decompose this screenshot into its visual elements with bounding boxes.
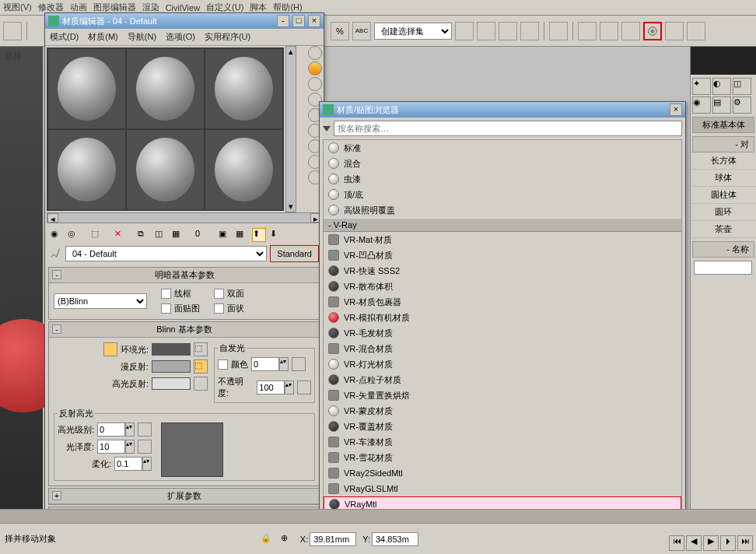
menu-material[interactable]: 材质(M) xyxy=(88,31,118,43)
object-name-input[interactable] xyxy=(694,261,752,275)
browser-item[interactable]: 混合 xyxy=(324,156,681,171)
reset-icon[interactable]: ✕ xyxy=(114,228,128,242)
menu-anim[interactable]: 动画 xyxy=(70,2,87,13)
cylinder-button[interactable]: 圆柱体 xyxy=(691,187,756,204)
menu-view[interactable]: 视图(V) xyxy=(3,2,32,13)
x-coord-input[interactable] xyxy=(310,532,356,546)
sample-vscroll[interactable]: ▴▾ xyxy=(285,46,296,212)
teapot-button[interactable]: 茶壶 xyxy=(691,221,756,238)
background-icon[interactable] xyxy=(308,77,322,91)
prev-frame-icon[interactable]: ◀ xyxy=(686,535,702,551)
goto-start-icon[interactable]: ⏮ xyxy=(669,535,684,551)
go-to-parent-icon[interactable]: ⬆ xyxy=(252,228,266,242)
selfillum-value-input[interactable] xyxy=(251,357,279,371)
menu-mode[interactable]: 模式(D) xyxy=(50,31,79,43)
tb-mirror-icon[interactable] xyxy=(455,22,474,40)
spec-level-input[interactable] xyxy=(97,423,125,437)
search-dropdown-icon[interactable] xyxy=(323,126,331,131)
y-coord-input[interactable] xyxy=(372,532,418,546)
sphere-button[interactable]: 球体 xyxy=(691,170,756,187)
spec-level-map-btn[interactable] xyxy=(138,423,152,437)
spinner-icon[interactable]: ▴▾ xyxy=(279,357,289,371)
menu-graph[interactable]: 图形编辑器 xyxy=(93,2,136,13)
tb-render-setup-icon[interactable] xyxy=(600,22,618,40)
browser-item[interactable]: VR-模拟有机材质 xyxy=(324,310,681,325)
tb-teapot-icon[interactable] xyxy=(665,22,684,40)
motion-tab-icon[interactable]: ◉ xyxy=(692,96,711,114)
sample-slot-5[interactable] xyxy=(127,130,204,209)
menu-custom[interactable]: 自定义(U) xyxy=(206,2,243,13)
object-type-header[interactable]: - 对 xyxy=(692,136,754,153)
menu-civil[interactable]: CivilView xyxy=(166,3,200,12)
put-to-scene-icon[interactable]: ◎ xyxy=(67,228,81,242)
browser-item[interactable]: VRay2SidedMtl xyxy=(324,465,681,481)
selfillum-map-btn[interactable] xyxy=(292,357,306,371)
browser-list[interactable]: 标准混合虫漆顶/底高级照明覆盖- V-RayVR-Mat·材质VR-凹凸材质VR… xyxy=(323,139,682,521)
next-frame-icon[interactable]: ⏵ xyxy=(720,535,736,551)
menu-util[interactable]: 实用程序(U) xyxy=(205,31,250,43)
browser-item[interactable]: VR-材质包裹器 xyxy=(324,294,681,310)
collapse-icon[interactable]: - xyxy=(52,270,61,279)
primitives-header[interactable]: 标准基本体 xyxy=(692,117,754,133)
lock-ambient-icon[interactable] xyxy=(103,342,117,356)
spinner-icon[interactable]: ▴▾ xyxy=(125,423,135,437)
go-forward-icon[interactable]: ⬇ xyxy=(269,228,283,242)
modify-tab-icon[interactable]: ◐ xyxy=(712,78,731,95)
menu-option[interactable]: 选项(O) xyxy=(166,31,195,43)
mat-editor-titlebar[interactable]: 材质编辑器 - 04 - Default - □ × xyxy=(45,13,324,29)
spinner-icon[interactable]: ▴▾ xyxy=(142,457,152,471)
diffuse-lock-icon[interactable]: ⬚ xyxy=(194,359,208,373)
close-button[interactable]: × xyxy=(308,15,320,27)
wireframe-checkbox[interactable] xyxy=(161,289,171,299)
menu-modifier[interactable]: 修改器 xyxy=(38,2,64,13)
menu-render[interactable]: 渲染 xyxy=(142,2,159,13)
soften-input[interactable] xyxy=(114,457,142,471)
tb-abc-icon[interactable]: ABC xyxy=(352,22,371,40)
faceted-checkbox[interactable] xyxy=(214,303,224,314)
tb-percent-icon[interactable]: % xyxy=(331,22,349,40)
menu-script[interactable]: 脚本 xyxy=(250,2,267,13)
tb-layer-icon[interactable] xyxy=(499,22,517,40)
backlight-icon[interactable] xyxy=(308,61,322,75)
browser-item[interactable]: VR-Mat·材质 xyxy=(324,232,681,247)
tb-render-frame-icon[interactable] xyxy=(621,22,640,40)
ext-params-rollout[interactable]: +扩展参数 xyxy=(48,488,320,505)
twosided-checkbox[interactable] xyxy=(214,289,224,299)
browser-item[interactable]: VRayGLSLMtl xyxy=(324,481,681,496)
browser-item[interactable]: VR-蒙皮材质 xyxy=(324,403,681,419)
browser-item[interactable]: VR-散布体积 xyxy=(324,279,681,294)
browser-item[interactable]: 虫漆 xyxy=(324,171,681,187)
specular-map-btn[interactable] xyxy=(194,377,208,391)
assign-icon[interactable]: ⬚ xyxy=(90,228,104,242)
show-end-result-icon[interactable]: ▦ xyxy=(235,228,249,242)
browser-item[interactable]: VR-矢量置换烘焙 xyxy=(324,387,681,403)
browser-item[interactable]: VR-覆盖材质 xyxy=(324,419,681,434)
gloss-input[interactable] xyxy=(97,440,125,454)
facemap-checkbox[interactable] xyxy=(161,303,171,314)
snap-icon[interactable]: ⊕ xyxy=(280,532,294,546)
tb-align-icon[interactable] xyxy=(477,22,495,40)
shader-type-select[interactable]: (B)Blinn xyxy=(54,293,147,309)
browser-item[interactable]: VR-快速 SSS2 xyxy=(324,263,681,279)
torus-button[interactable]: 圆环 xyxy=(691,204,756,221)
tb-btn-1[interactable] xyxy=(3,22,22,40)
shader-rollout-head[interactable]: - 明暗器基本参数 xyxy=(49,268,320,283)
tb-last-icon[interactable] xyxy=(687,22,705,40)
specular-swatch[interactable] xyxy=(152,377,191,390)
browser-titlebar[interactable]: 材质/贴图浏览器 × xyxy=(320,102,685,117)
menu-help[interactable]: 帮助(H) xyxy=(273,2,302,13)
tb-curve-icon[interactable] xyxy=(549,22,568,40)
name-color-header[interactable]: - 名称 xyxy=(692,241,754,258)
tb-mat-icon[interactable] xyxy=(578,22,597,40)
browser-item[interactable]: VR-灯光材质 xyxy=(324,356,681,372)
pick-material-icon[interactable] xyxy=(50,247,62,260)
hierarchy-tab-icon[interactable]: ◫ xyxy=(733,78,751,95)
make-unique-icon[interactable]: ◫ xyxy=(154,228,168,242)
ambient-lock-icon[interactable]: ⬚ xyxy=(194,342,208,356)
minimize-button[interactable]: - xyxy=(277,15,289,27)
selection-set-select[interactable]: 创建选择集 xyxy=(374,23,452,40)
browser-item[interactable]: 顶/底 xyxy=(324,187,681,202)
sample-hscroll[interactable]: ◂▸ xyxy=(47,212,322,223)
show-in-vp-icon[interactable]: ▣ xyxy=(218,228,232,242)
tb-schematic-icon[interactable] xyxy=(520,22,539,40)
